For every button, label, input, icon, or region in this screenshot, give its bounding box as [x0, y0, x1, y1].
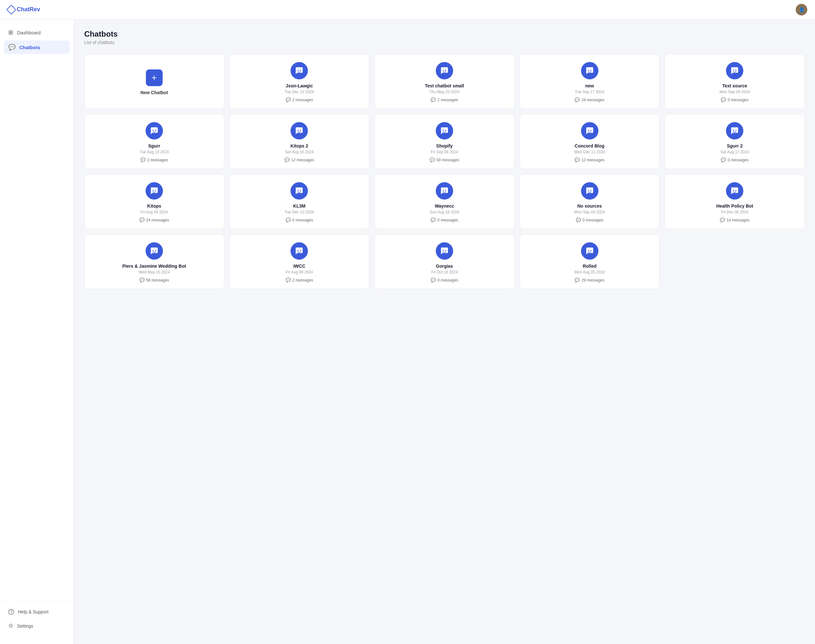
message-count: 0 messages [437, 278, 458, 282]
svg-point-4 [588, 70, 589, 71]
sidebar-item-dashboard[interactable]: ⊞ Dashboard [4, 26, 70, 39]
message-icon: 💬 [576, 218, 581, 222]
sidebar: ⊞ Dashboard 💬 Chatbots ? Help & Support … [0, 19, 74, 644]
bot-messages: 💬 0 messages [576, 218, 604, 222]
svg-point-31 [300, 250, 301, 251]
chatbot-card[interactable]: Sgurr 2 Sat Aug 17 2024 💬 0 messages [665, 114, 805, 169]
bot-date: Fri Sep 06 2024 [430, 150, 458, 154]
message-count: 0 messages [293, 218, 313, 222]
bot-name: Kitops 2 [291, 143, 308, 149]
svg-point-27 [735, 190, 736, 191]
chatbot-card[interactable]: Gorgias Fri Oct 18 2024 💬 0 messages [374, 234, 515, 289]
logo[interactable]: ChatRev [8, 6, 40, 13]
bot-date: Wed May 15 2024 [138, 270, 170, 274]
bot-messages: 💬 2 messages [141, 158, 168, 162]
svg-point-24 [588, 190, 589, 191]
svg-point-2 [443, 70, 444, 71]
sidebar-item-settings[interactable]: ⚙ Settings [4, 619, 70, 632]
sidebar-item-chatbots[interactable]: 💬 Chatbots [4, 40, 70, 54]
chatbots-grid: + New Chatbot Json-Lawgic Tue Dec 10 202… [84, 54, 805, 289]
bot-date: Sat Aug 17 2024 [720, 150, 749, 154]
bot-name: Rolled [583, 264, 596, 269]
bot-date: Fri Aug 09 2024 [141, 210, 168, 214]
bot-icon [436, 242, 453, 260]
bot-name: new [585, 83, 594, 88]
sidebar-item-help[interactable]: ? Help & Support [4, 606, 70, 618]
svg-point-6 [733, 70, 734, 71]
chatbot-card[interactable]: Piers & Jasmine Wedding Bot Wed May 15 2… [84, 234, 224, 289]
chatbot-card[interactable]: Concord Blog Wed Dec 11 2024 💬 12 messag… [520, 114, 660, 169]
app-layout: ⊞ Dashboard 💬 Chatbots ? Help & Support … [0, 19, 815, 644]
message-icon: 💬 [720, 218, 725, 222]
svg-point-35 [590, 250, 591, 251]
bot-date: Fri Aug 09 2024 [286, 270, 313, 274]
bot-date: Sun Aug 18 2024 [430, 210, 459, 214]
message-icon: 💬 [139, 278, 145, 282]
svg-point-29 [155, 250, 156, 251]
bot-icon [146, 242, 163, 260]
svg-point-32 [443, 250, 444, 251]
new-chatbot-label: New Chatbot [141, 90, 168, 95]
svg-point-26 [733, 190, 734, 191]
chatbot-card[interactable]: Json-Lawgic Tue Dec 10 2024 💬 2 messages [230, 54, 369, 109]
chatbot-card[interactable]: KL3M Tue Dec 10 2024 💬 0 messages [230, 174, 369, 229]
bot-messages: 💬 2 messages [286, 278, 313, 282]
chatbot-card[interactable]: Kitops 2 Sat Aug 10 2024 💬 12 messages [230, 114, 369, 169]
message-icon: 💬 [721, 97, 726, 102]
new-chatbot-card[interactable]: + New Chatbot [84, 54, 224, 109]
svg-point-30 [297, 250, 299, 251]
message-icon: 💬 [430, 97, 436, 102]
bot-icon [581, 182, 598, 199]
chatbot-card[interactable]: Kitops Fri Aug 09 2024 💬 24 messages [84, 174, 224, 229]
bot-messages: 💬 2 messages [430, 97, 458, 102]
svg-point-33 [445, 250, 446, 251]
page-subtitle: List of chatbots [84, 40, 805, 45]
message-count: 12 messages [291, 158, 314, 162]
message-count: 58 messages [146, 278, 169, 282]
settings-icon: ⚙ [8, 623, 13, 629]
svg-point-8 [152, 130, 153, 131]
bot-icon [291, 182, 308, 199]
bot-date: Mon Aug 05 2024 [574, 270, 605, 274]
page-title: Chatbots [84, 29, 805, 38]
chatbot-card[interactable]: Rolled Mon Aug 05 2024 💬 29 messages [520, 234, 660, 289]
avatar[interactable]: 👤 [796, 4, 807, 15]
sidebar-item-label: Chatbots [19, 44, 40, 50]
bot-icon [581, 122, 598, 140]
bot-messages: 💬 0 messages [721, 158, 749, 162]
new-chatbot-plus-icon: + [146, 69, 162, 86]
chatbot-card[interactable]: Waynecc Sun Aug 18 2024 💬 0 messages [374, 174, 515, 229]
chatbot-card[interactable]: IWCC Fri Aug 09 2024 💬 2 messages [230, 234, 369, 289]
bot-messages: 💬 0 messages [430, 218, 458, 222]
bot-messages: 💬 0 messages [286, 218, 313, 222]
svg-point-22 [443, 190, 444, 191]
bot-name: Text source [722, 83, 747, 88]
message-count: 2 messages [437, 98, 458, 102]
chatbot-card[interactable]: No sources Mon Sep 09 2024 💬 0 messages [520, 174, 660, 229]
message-count: 12 messages [581, 158, 604, 162]
chatbot-card[interactable]: new Tue Sep 17 2024 💬 24 messages [520, 54, 660, 109]
svg-point-3 [445, 70, 446, 71]
svg-point-0 [297, 70, 299, 71]
logo-text: ChatRev [17, 6, 40, 13]
message-icon: 💬 [284, 158, 290, 162]
chatbot-card[interactable]: Text source Mon Sep 09 2024 💬 0 messages [665, 54, 805, 109]
main-content: Chatbots List of chatbots + New Chatbot … [74, 19, 815, 644]
message-count: 24 messages [146, 218, 169, 222]
chatbot-card[interactable]: Test chatbot small Thu May 23 2024 💬 2 m… [374, 54, 515, 109]
svg-point-16 [733, 130, 734, 131]
bot-date: Fri Dec 06 2024 [721, 210, 749, 214]
bot-name: Kitops [147, 204, 161, 209]
chatbot-card[interactable]: Sgurr Tue Aug 13 2024 💬 2 messages [84, 114, 224, 169]
svg-point-12 [443, 130, 444, 131]
chatbot-card[interactable]: Health Policy Bot Fri Dec 06 2024 💬 14 m… [665, 174, 805, 229]
bot-date: Tue Dec 10 2024 [285, 210, 314, 214]
bot-name: Concord Blog [574, 143, 605, 149]
bot-name: Json-Lawgic [286, 83, 313, 88]
chatbot-card[interactable]: Shopify Fri Sep 06 2024 💬 59 messages [374, 114, 515, 169]
bot-icon [726, 62, 743, 80]
dashboard-icon: ⊞ [8, 29, 13, 36]
bot-messages: 💬 58 messages [139, 278, 169, 282]
sidebar-footer: ? Help & Support ⚙ Settings [0, 601, 74, 638]
bot-messages: 💬 12 messages [574, 158, 604, 162]
